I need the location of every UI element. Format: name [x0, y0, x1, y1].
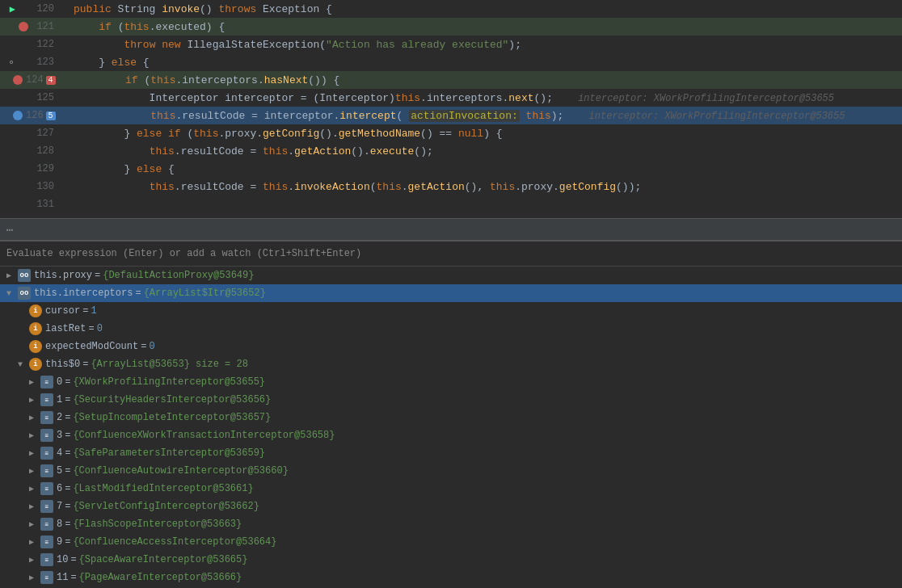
- var-val-item10: {SpaceAwareInterceptor@53665}: [79, 554, 248, 565]
- breakpoint-123[interactable]: [19, 57, 28, 67]
- var-name-this0: this$0: [45, 359, 80, 370]
- expand-arrow-item0[interactable]: [29, 377, 40, 387]
- var-name-item10: 10: [57, 554, 68, 565]
- expand-arrow-item10[interactable]: [29, 555, 40, 565]
- breakpoint-127[interactable]: [19, 128, 28, 138]
- var-row-item10[interactable]: ≡ 10 = {SpaceAwareInterceptor@53665}: [0, 551, 902, 569]
- code-line-123: ⚬ 123 } else {: [0, 53, 902, 71]
- var-name-proxy: this.proxy: [34, 270, 92, 281]
- breakpoint-121[interactable]: [19, 22, 28, 32]
- var-row-item6[interactable]: ≡ 6 = {LastModifiedInterceptor@53661}: [0, 480, 902, 498]
- var-icon-item8: ≡: [40, 518, 53, 531]
- expand-arrow-item5[interactable]: [29, 466, 40, 476]
- line-num-128: 128: [32, 145, 54, 157]
- code-line-128: 128 this.resultCode = this.getAction().e…: [0, 142, 902, 160]
- breakpoint-129[interactable]: [19, 164, 28, 174]
- var-name-item2: 2: [57, 412, 62, 423]
- var-name-item11: 11: [57, 572, 68, 583]
- var-row-item5[interactable]: ≡ 5 = {ConfluenceAutowireInterceptor@536…: [0, 462, 902, 480]
- var-val-item11: {PageAwareInterceptor@53666}: [79, 572, 242, 583]
- line-num-123: 123: [32, 57, 54, 68]
- var-name-item6: 6: [57, 483, 62, 494]
- expand-arrow-item4[interactable]: [29, 448, 40, 458]
- expand-arrow-interceptors[interactable]: [6, 289, 18, 298]
- breakpoint-124[interactable]: [13, 75, 23, 85]
- breakpoint-122[interactable]: [19, 40, 28, 49]
- var-row-item3[interactable]: ≡ 3 = {ConfluenceXWorkTransactionInterce…: [0, 426, 902, 444]
- var-row-item0[interactable]: ≡ 0 = {XWorkProfilingInterceptor@53655}: [0, 373, 902, 391]
- var-val-expectedmodcount: 0: [149, 341, 154, 352]
- var-icon-lastret: i: [29, 322, 42, 335]
- arrow-icon-123: ⚬: [7, 57, 15, 69]
- line-num-130: 130: [32, 181, 54, 192]
- var-row-item11[interactable]: ≡ 11 = {PageAwareInterceptor@53666}: [0, 569, 902, 586]
- expand-arrow-item2[interactable]: [29, 413, 40, 422]
- var-val-item4: {SafeParametersInterceptor@53659}: [73, 447, 265, 459]
- code-content-123: } else {: [70, 57, 902, 69]
- code-content-122: throw new IllegalStateException("Action …: [70, 39, 902, 51]
- var-name-item7: 7: [57, 501, 62, 512]
- expand-arrow-item1[interactable]: [29, 395, 40, 405]
- line-num-122: 122: [32, 39, 54, 50]
- var-val-item2: {SetupIncompleteInterceptor@53657}: [73, 412, 271, 423]
- ide-window: ▶ 120 public String invoke() throws Exce…: [0, 0, 902, 588]
- var-icon-item9: ≡: [40, 536, 53, 548]
- var-icon-item2: ≡: [40, 411, 53, 424]
- code-editor: ▶ 120 public String invoke() throws Exce…: [0, 0, 902, 218]
- var-row-this-proxy[interactable]: oo this.proxy = {DefaultActionProxy@5364…: [0, 267, 902, 284]
- line-num-127: 127: [32, 128, 54, 139]
- code-content-121: if (this.executed) {: [70, 21, 902, 33]
- line-num-120: 120: [32, 3, 54, 15]
- breakpoint-125[interactable]: [19, 93, 28, 103]
- expand-arrow-this0[interactable]: [18, 360, 29, 369]
- line-num-126: 1265: [26, 110, 56, 121]
- var-row-item9[interactable]: ≡ 9 = {ConfluenceAccessInterceptor@53664…: [0, 533, 902, 551]
- line-num-124: 1244: [26, 74, 56, 86]
- var-row-this-interceptors[interactable]: oo this.interceptors = {ArrayList$Itr@53…: [0, 284, 902, 302]
- var-val-item6: {LastModifiedInterceptor@53661}: [73, 483, 253, 494]
- code-line-130: 130 this.resultCode = this.invokeAction(…: [0, 178, 902, 195]
- breakpoint-120[interactable]: [19, 4, 28, 14]
- var-row-item2[interactable]: ≡ 2 = {SetupIncompleteInterceptor@53657}: [0, 409, 902, 426]
- line-num-125: 125: [32, 92, 54, 103]
- var-icon-interceptors: oo: [18, 287, 31, 300]
- var-row-this0[interactable]: i this$0 = {ArrayList@53653} size = 28: [0, 355, 902, 373]
- arrow-icon-120: ▶: [10, 3, 15, 15]
- eval-bar[interactable]: Evaluate expression (Enter) or add a wat…: [0, 241, 902, 267]
- var-val-item3: {ConfluenceXWorkTransactionInterceptor@5…: [73, 430, 335, 441]
- var-row-item7[interactable]: ≡ 7 = {ServletConfigInterceptor@53662}: [0, 498, 902, 515]
- expand-arrow-proxy[interactable]: [6, 271, 18, 280]
- var-icon-cursor: i: [29, 304, 42, 317]
- expand-arrow-item11[interactable]: [29, 573, 40, 582]
- var-icon-this0: i: [29, 358, 42, 371]
- var-val-item7: {ServletConfigInterceptor@53662}: [73, 501, 259, 512]
- var-val-item0: {XWorkProfilingInterceptor@53655}: [73, 376, 265, 388]
- var-name-interceptors: this.interceptors: [34, 288, 133, 299]
- var-val-item8: {FlashScopeInterceptor@53663}: [73, 519, 242, 530]
- var-row-expectedmodcount[interactable]: i expectedModCount = 0: [0, 338, 902, 355]
- var-icon-item1: ≡: [40, 393, 53, 406]
- expand-arrow-item8[interactable]: [29, 519, 40, 529]
- var-icon-item3: ≡: [40, 429, 53, 442]
- var-val-interceptors: {ArrayList$Itr@53652}: [144, 288, 266, 299]
- breakpoint-126[interactable]: [13, 111, 23, 120]
- code-line-120: ▶ 120 public String invoke() throws Exce…: [0, 0, 902, 18]
- line-num-121: 121: [32, 21, 54, 32]
- code-line-125: 125 Interceptor interceptor = (Intercept…: [0, 89, 902, 107]
- breakpoint-130[interactable]: [19, 182, 28, 191]
- code-content-128: this.resultCode = this.getAction().execu…: [70, 145, 902, 158]
- var-row-lastret[interactable]: i lastRet = 0: [0, 320, 902, 338]
- var-icon-item0: ≡: [40, 376, 53, 388]
- expand-arrow-item3[interactable]: [29, 430, 40, 440]
- var-row-item1[interactable]: ≡ 1 = {SecurityHeadersInterceptor@53656}: [0, 391, 902, 409]
- var-row-cursor[interactable]: i cursor = 1: [0, 302, 902, 320]
- eval-bar-text: Evaluate expression (Enter) or add a wat…: [6, 248, 361, 259]
- expand-arrow-item7[interactable]: [29, 502, 40, 511]
- var-name-item1: 1: [57, 394, 62, 405]
- var-row-item4[interactable]: ≡ 4 = {SafeParametersInterceptor@53659}: [0, 444, 902, 462]
- var-icon-item4: ≡: [40, 447, 53, 460]
- var-row-item8[interactable]: ≡ 8 = {FlashScopeInterceptor@53663}: [0, 515, 902, 533]
- expand-arrow-item6[interactable]: [29, 484, 40, 494]
- breakpoint-128[interactable]: [19, 146, 28, 156]
- expand-arrow-item9[interactable]: [29, 537, 40, 547]
